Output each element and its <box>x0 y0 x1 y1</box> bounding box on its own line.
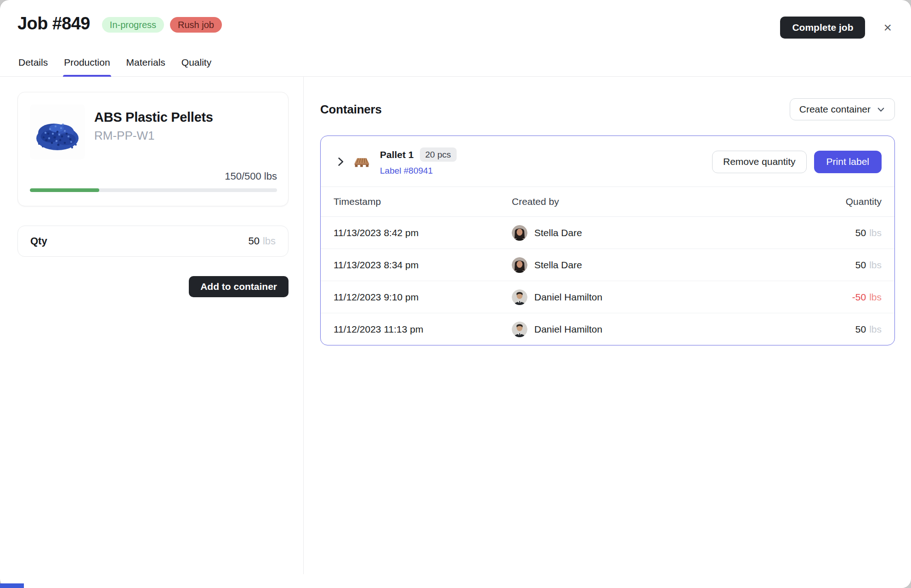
create-container-button[interactable]: Create container <box>790 98 895 120</box>
col-header-created-by: Created by <box>512 196 846 207</box>
avatar <box>512 225 527 241</box>
container-name: Pallet 1 <box>380 149 414 160</box>
add-to-container-button[interactable]: Add to container <box>189 276 289 297</box>
row-quantity: 50 <box>855 227 866 238</box>
expand-container-button[interactable] <box>331 157 350 167</box>
containers-panel: Containers Create container <box>304 77 911 574</box>
tab-quality[interactable]: Quality <box>181 57 212 76</box>
tab-details[interactable]: Details <box>17 57 49 76</box>
row-timestamp: 11/12/2023 9:10 pm <box>334 292 512 303</box>
progress-bar <box>30 188 277 192</box>
chevron-right-icon <box>337 157 345 167</box>
tab-bar: Details Production Materials Quality <box>0 57 911 77</box>
material-sku: RM-PP-W1 <box>94 129 213 143</box>
quantity-value[interactable]: 50 <box>248 235 259 247</box>
tab-materials[interactable]: Materials <box>125 57 166 76</box>
row-quantity: 50 <box>855 260 866 271</box>
quantity-label: Qty <box>30 235 47 247</box>
table-row: 11/12/2023 11:13 pm Daniel Hamilton 50 l… <box>321 313 894 345</box>
row-timestamp: 11/12/2023 11:13 pm <box>334 324 512 335</box>
label-link[interactable]: Label #80941 <box>380 166 457 176</box>
table-row: 11/12/2023 9:10 pm Daniel Hamilton -50 l… <box>321 281 894 313</box>
pcs-badge: 20 pcs <box>420 147 457 162</box>
rush-badge: Rush job <box>170 17 222 33</box>
col-header-timestamp: Timestamp <box>334 196 512 207</box>
bottom-accent-bar <box>0 583 24 588</box>
row-timestamp: 11/13/2023 8:42 pm <box>334 227 512 238</box>
row-quantity-unit: lbs <box>869 260 882 271</box>
material-panel: ABS Plastic Pellets RM-PP-W1 150/500 lbs… <box>0 77 304 574</box>
progress-label: 150/500 lbs <box>30 170 277 182</box>
quantity-unit: lbs <box>263 235 276 247</box>
avatar <box>512 289 527 305</box>
row-created-by: Stella Dare <box>534 260 582 271</box>
chevron-down-icon <box>877 105 885 114</box>
progress-fill <box>30 188 99 192</box>
table-row: 11/13/2023 8:42 pm Stella Dare 50 lbs <box>321 217 894 249</box>
complete-job-button[interactable]: Complete job <box>780 17 865 39</box>
container-card: Pallet 1 20 pcs Label #80941 Remove quan… <box>320 136 895 345</box>
create-container-label: Create container <box>799 104 871 115</box>
material-card: ABS Plastic Pellets RM-PP-W1 150/500 lbs <box>17 92 289 206</box>
modal-header: Job #849 In-progress Rush job Complete j… <box>0 0 911 39</box>
avatar <box>512 322 527 337</box>
avatar <box>512 257 527 273</box>
row-created-by: Stella Dare <box>534 227 582 238</box>
page-title: Job #849 <box>17 14 90 34</box>
row-quantity: -50 <box>852 292 866 303</box>
material-title: ABS Plastic Pellets <box>94 110 213 125</box>
row-quantity-unit: lbs <box>869 324 882 335</box>
table-row: 11/13/2023 8:34 pm Stella Dare 50 lbs <box>321 249 894 281</box>
col-header-quantity: Quantity <box>846 196 882 207</box>
quantity-field[interactable]: Qty 50 lbs <box>17 226 289 257</box>
pallet-icon <box>353 153 370 170</box>
job-modal: Job #849 In-progress Rush job Complete j… <box>0 0 911 588</box>
row-quantity: 50 <box>855 324 866 335</box>
remove-quantity-button[interactable]: Remove quantity <box>712 151 807 173</box>
containers-title: Containers <box>320 102 382 117</box>
row-created-by: Daniel Hamilton <box>534 324 602 335</box>
row-quantity-unit: lbs <box>869 292 882 303</box>
row-timestamp: 11/13/2023 8:34 pm <box>334 260 512 271</box>
close-icon[interactable]: × <box>883 21 892 34</box>
material-image <box>30 104 85 159</box>
row-quantity-unit: lbs <box>869 227 882 238</box>
tab-production[interactable]: Production <box>63 57 111 76</box>
blue-pellets-image <box>30 104 85 159</box>
table-header: Timestamp Created by Quantity <box>321 187 894 217</box>
status-badge: In-progress <box>102 17 164 33</box>
print-label-button[interactable]: Print label <box>814 151 882 173</box>
row-created-by: Daniel Hamilton <box>534 292 602 303</box>
